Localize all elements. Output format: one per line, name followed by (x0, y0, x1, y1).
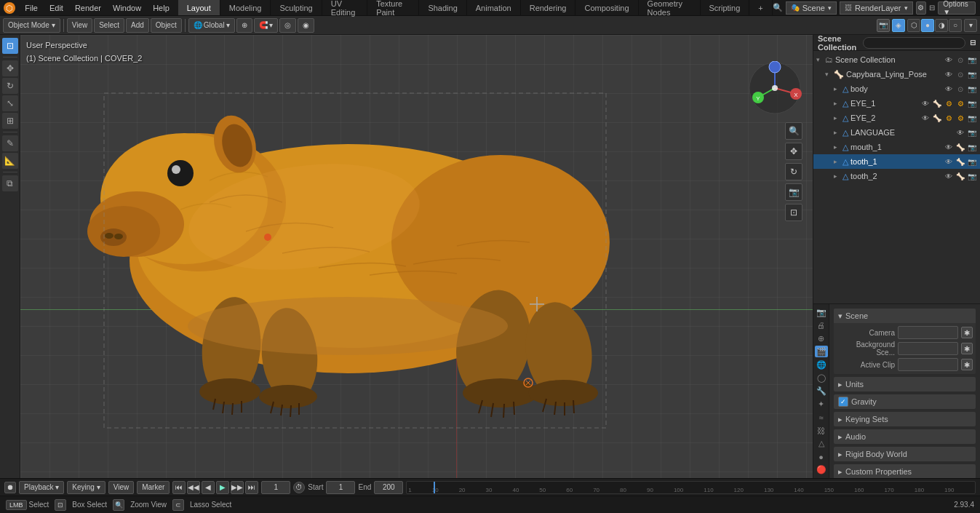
outliner-scene-collection[interactable]: ▾ 🗂 Scene Collection 👁 ⊙ 📷 (813, 52, 980, 67)
select-box-tool[interactable]: ⊡ (2, 38, 18, 54)
marker-btn[interactable]: Marker (137, 481, 170, 494)
vis-icon[interactable]: 👁 (944, 143, 954, 151)
outliner-item-body[interactable]: ▸ △ body 👁 ⊙ 📷 (813, 81, 980, 96)
lasso-icon[interactable]: ⊂ (172, 499, 184, 511)
menu-edit[interactable]: Edit (44, 0, 69, 15)
jump-end-btn[interactable]: ⏭ (245, 481, 258, 494)
tab-geometry-nodes[interactable]: Geometry Nodes (639, 0, 701, 15)
tab-add-workspace[interactable]: + (749, 0, 772, 15)
active-clip-value[interactable] (898, 358, 958, 371)
custom-props-title[interactable]: ▸ Custom Properties (834, 464, 976, 478)
outliner-item-eye1[interactable]: ▸ △ EYE_1 👁 🦴 ⚙ ⚙ 📷 (813, 96, 980, 111)
tab-layout[interactable]: Layout (178, 0, 220, 15)
object-menu-btn[interactable]: Object (151, 18, 182, 33)
rnd-icon[interactable]: 📷 (967, 71, 977, 79)
material-preview-btn[interactable]: ◑ (935, 19, 948, 32)
tab-scripting[interactable]: Scripting (701, 0, 750, 15)
move-tool[interactable]: ✥ (2, 60, 18, 76)
bg-scene-value[interactable] (898, 342, 958, 355)
vis-icon[interactable]: 👁 (944, 71, 954, 79)
transform-tool[interactable]: ⊞ (2, 113, 18, 129)
bg-scene-eyedropper[interactable]: ✱ (961, 343, 973, 354)
add-primitive-tool[interactable]: ⧉ (2, 175, 18, 191)
props-tab-particles[interactable]: ✦ (815, 399, 828, 410)
vis-icon[interactable]: 👁 (920, 114, 931, 122)
rnd-icon[interactable]: 📷 (967, 172, 977, 180)
viewport-3d[interactable]: User Perspective (1) Scene Collection | … (20, 35, 813, 478)
navigation-gizmo[interactable]: Z X Y (748, 61, 802, 117)
zoom-icon[interactable]: 🔍 (113, 499, 124, 511)
tab-sculpting[interactable]: Sculpting (271, 0, 322, 15)
wireframe-shading-btn[interactable]: ⬡ (907, 19, 920, 32)
next-frame-btn[interactable]: ▶▶ (231, 481, 244, 494)
current-frame-input[interactable]: 1 (261, 481, 290, 494)
props-tab-view-layer[interactable]: ⊕ (815, 333, 828, 344)
prev-keyframe-btn[interactable]: ◀◀ (187, 481, 200, 494)
play-btn[interactable]: ▶ (216, 481, 229, 494)
sel-icon[interactable]: ⊙ (955, 85, 965, 93)
props-tab-render[interactable]: 📷 (815, 306, 828, 318)
bone-con-icon[interactable]: 🦴 (932, 100, 942, 108)
rnd-icon[interactable]: 📷 (967, 158, 977, 166)
tab-animation[interactable]: Animation (467, 0, 521, 15)
props-tab-world[interactable]: 🌐 (815, 359, 828, 370)
jump-start-btn[interactable]: ⏮ (172, 481, 186, 494)
menu-help[interactable]: Help (147, 0, 175, 15)
view-menu-btn[interactable]: View (67, 18, 93, 33)
active-clip-eyedropper[interactable]: ✱ (961, 359, 973, 370)
vis-icon[interactable]: 👁 (944, 172, 954, 180)
scene-settings-icon[interactable]: ⚙ (916, 1, 927, 15)
tab-uv-editing[interactable]: UV Editing (322, 0, 367, 15)
props-tab-scene[interactable]: 🎬 (815, 346, 828, 357)
keying-title[interactable]: ▸ Keying Sets (834, 412, 976, 426)
rnd-icon[interactable]: 📷 (967, 85, 977, 93)
tab-compositing[interactable]: Compositing (575, 0, 638, 15)
rotate-view-btn[interactable]: ↻ (785, 163, 802, 180)
bone-con-icon[interactable]: 🦴 (955, 143, 965, 151)
pivot-point-btn[interactable]: ⊕ (236, 18, 252, 33)
visibility-icon[interactable]: 👁 (944, 56, 954, 64)
props-tab-output[interactable]: 🖨 (815, 319, 828, 331)
measure-tool[interactable]: 📐 (2, 153, 18, 169)
outliner-item-tooth1[interactable]: ▸ △ tooth_1 👁 🦴 📷 (813, 154, 980, 169)
menu-file[interactable]: File (19, 0, 44, 15)
rnd-icon[interactable]: 📷 (967, 100, 977, 108)
units-title[interactable]: ▸ Units (834, 377, 976, 391)
proportional-falloff-btn[interactable]: ◉ (298, 18, 314, 33)
overlay-dropdown-btn[interactable]: ▾ (964, 19, 977, 32)
modifier2-icon[interactable]: ⚙ (955, 100, 965, 108)
vis-icon[interactable]: 👁 (955, 129, 965, 137)
camera-eyedropper[interactable]: ✱ (961, 327, 973, 338)
props-tab-object[interactable]: ◯ (815, 372, 828, 383)
bone-con-icon[interactable]: 🦴 (955, 172, 965, 180)
zoom-in-btn[interactable]: 🔍 (785, 122, 802, 140)
tab-texture-paint[interactable]: Texture Paint (367, 0, 419, 15)
viewport-camera-icon[interactable]: 📷 (877, 19, 890, 32)
gravity-title[interactable]: Gravity (834, 394, 976, 409)
rnd-icon[interactable]: 📷 (967, 143, 977, 151)
playback-btn[interactable]: Playback ▾ (19, 481, 64, 494)
tab-rendering[interactable]: Rendering (521, 0, 576, 15)
keying-btn[interactable]: Keying ▾ (67, 481, 105, 494)
rotate-tool[interactable]: ↻ (2, 78, 18, 94)
blender-logo-icon[interactable]: ⬡ (0, 0, 19, 16)
toggle-orthographic-btn[interactable]: ⊡ (785, 204, 802, 221)
scene-selector[interactable]: 🎭 Scene ▾ (786, 1, 837, 15)
sel-icon[interactable]: ⊙ (955, 71, 965, 79)
add-menu-btn[interactable]: Add (126, 18, 149, 33)
modifier-icon[interactable]: ⚙ (944, 100, 954, 108)
viewport-hide-icon[interactable]: ⊙ (955, 56, 965, 64)
rigid-body-title[interactable]: ▸ Rigid Body World (834, 447, 976, 461)
props-tab-constraints[interactable]: ⛓ (815, 425, 828, 437)
top-search-icon[interactable]: 🔍 (773, 3, 783, 12)
outliner-item-mouth1[interactable]: ▸ △ mouth_1 👁 🦴 📷 (813, 140, 980, 154)
options-btn[interactable]: Options ▼ (938, 1, 976, 15)
vis-icon[interactable]: 👁 (944, 85, 954, 93)
solid-shading-btn[interactable]: ● (921, 19, 934, 32)
snap-toggle[interactable]: 🧲▾ (254, 18, 278, 33)
view-btn[interactable]: View (108, 481, 135, 494)
tab-modeling[interactable]: Modeling (220, 0, 271, 15)
props-tab-modifier[interactable]: 🔧 (815, 385, 828, 397)
tab-shading[interactable]: Shading (419, 0, 466, 15)
render-layer-selector[interactable]: 🖼 RenderLayer ▾ (840, 1, 913, 15)
